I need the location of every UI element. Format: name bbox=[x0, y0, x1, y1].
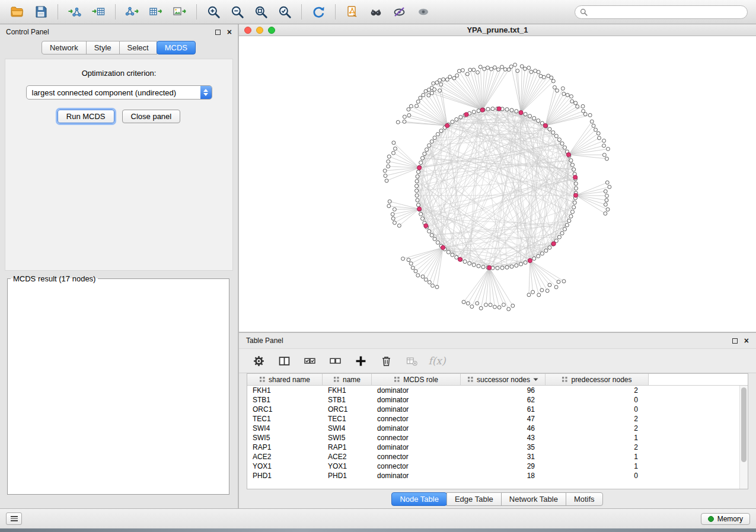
status-bar: Memory bbox=[0, 508, 756, 528]
export-network-button[interactable] bbox=[121, 2, 143, 21]
find-icon bbox=[369, 5, 383, 19]
table-row[interactable]: TEC1TEC1connector472 bbox=[247, 414, 739, 424]
toolbar-separator bbox=[335, 4, 336, 20]
tab-node-table[interactable]: Node Table bbox=[391, 492, 447, 506]
table-body: FKH1FKH1dominator962STB1STB1dominator620… bbox=[247, 386, 739, 489]
network-canvas[interactable] bbox=[239, 36, 756, 332]
table-row[interactable]: PHD1PHD1dominator180 bbox=[247, 471, 739, 480]
zoom-in-button[interactable] bbox=[202, 2, 225, 21]
table-row[interactable]: SWI5SWI5connector431 bbox=[247, 433, 739, 443]
zoom-fit-icon bbox=[254, 5, 268, 19]
clone-network-icon bbox=[345, 5, 359, 19]
add-column-button[interactable] bbox=[353, 353, 368, 368]
scrollbar-thumb[interactable] bbox=[741, 387, 747, 462]
table-row[interactable]: FKH1FKH1dominator962 bbox=[247, 386, 739, 395]
table-cell: TEC1 bbox=[323, 415, 372, 423]
delete-column-button[interactable] bbox=[378, 353, 394, 368]
control-panel: Control Panel × NetworkStyleSelectMCDS O… bbox=[0, 24, 239, 508]
table-cell: 18 bbox=[461, 472, 546, 480]
hide-graphics-icon bbox=[393, 5, 407, 19]
criterion-select[interactable]: largest connected component (undirected) bbox=[26, 85, 212, 100]
select-all-button[interactable] bbox=[302, 353, 317, 368]
float-panel-icon[interactable] bbox=[732, 338, 738, 344]
deselect-all-button[interactable] bbox=[327, 353, 343, 368]
close-panel-icon[interactable]: × bbox=[744, 338, 749, 344]
zoom-selected-icon bbox=[277, 5, 292, 19]
close-window-icon[interactable] bbox=[244, 27, 251, 34]
show-graphics-details-button[interactable] bbox=[412, 2, 435, 21]
table-row[interactable]: RAP1RAP1dominator352 bbox=[247, 443, 739, 452]
main-area: Control Panel × NetworkStyleSelectMCDS O… bbox=[0, 24, 756, 508]
tab-edge-table[interactable]: Edge Table bbox=[446, 492, 502, 506]
tab-style[interactable]: Style bbox=[86, 41, 120, 55]
column-namespace-icon bbox=[394, 376, 400, 383]
table-cell: 47 bbox=[461, 415, 546, 423]
table-row[interactable]: ACE2ACE2connector311 bbox=[247, 452, 739, 462]
import-network-button[interactable] bbox=[63, 2, 86, 21]
table-cell: dominator bbox=[372, 396, 461, 404]
table-cell: 2 bbox=[546, 415, 649, 423]
table-cell: connector bbox=[372, 434, 461, 442]
float-panel-icon[interactable] bbox=[215, 30, 221, 35]
export-image-button[interactable] bbox=[168, 2, 191, 21]
table-scrollbar[interactable] bbox=[739, 386, 748, 489]
hide-graphics-details-button[interactable] bbox=[388, 2, 411, 21]
mcds-pane: Optimization criterion: largest connecte… bbox=[5, 59, 233, 271]
table-cell: connector bbox=[372, 453, 461, 461]
table-cell: 1 bbox=[546, 453, 649, 461]
select-all-icon bbox=[304, 355, 315, 367]
tab-network-table[interactable]: Network Table bbox=[501, 492, 566, 506]
column-header-label: predecessor nodes bbox=[571, 376, 631, 384]
column-header-predecessor-nodes[interactable]: predecessor nodes bbox=[546, 374, 649, 385]
import-network-icon bbox=[68, 5, 82, 19]
column-header-successor-nodes[interactable]: successor nodes bbox=[461, 374, 546, 385]
table-cell: ACE2 bbox=[247, 453, 323, 461]
tab-motifs[interactable]: Motifs bbox=[566, 492, 603, 506]
zoom-fit-button[interactable] bbox=[250, 2, 272, 21]
table-cell: FKH1 bbox=[323, 386, 372, 395]
table-cell: 62 bbox=[461, 396, 546, 404]
find-button[interactable] bbox=[365, 2, 387, 21]
column-header-MCDS-role[interactable]: MCDS role bbox=[372, 374, 461, 385]
table-cell: SWI4 bbox=[247, 424, 323, 432]
clone-network-button[interactable] bbox=[341, 2, 363, 21]
zoom-selected-button[interactable] bbox=[273, 2, 296, 21]
table-row[interactable]: YOX1YOX1connector291 bbox=[247, 462, 739, 471]
table-row[interactable]: ORC1ORC1dominator610 bbox=[247, 405, 739, 414]
tab-network[interactable]: Network bbox=[42, 41, 87, 55]
save-session-button[interactable] bbox=[30, 2, 52, 21]
column-namespace-icon bbox=[259, 376, 266, 383]
close-panel-button[interactable]: Close panel bbox=[122, 110, 181, 123]
open-file-button[interactable] bbox=[6, 2, 28, 21]
show-columns-button[interactable] bbox=[276, 353, 292, 368]
column-header-label: name bbox=[343, 376, 361, 384]
column-header-name[interactable]: name bbox=[323, 374, 372, 385]
table-settings-button[interactable] bbox=[251, 353, 266, 368]
maximize-window-icon[interactable] bbox=[268, 27, 275, 34]
table-row[interactable]: SWI4SWI4dominator462 bbox=[247, 424, 739, 433]
table-cell: 0 bbox=[546, 472, 649, 480]
table-row[interactable]: STB1STB1dominator620 bbox=[247, 395, 739, 405]
import-table-button[interactable] bbox=[87, 2, 110, 21]
tab-mcds[interactable]: MCDS bbox=[157, 41, 196, 55]
minimize-window-icon[interactable] bbox=[256, 27, 263, 34]
table-cell: PHD1 bbox=[323, 472, 372, 480]
deselect-all-icon bbox=[330, 355, 341, 367]
close-panel-icon[interactable]: × bbox=[227, 29, 232, 35]
mcds-result-title: MCDS result (17 nodes) bbox=[11, 274, 98, 283]
table-cell: 2 bbox=[546, 424, 649, 432]
tab-select[interactable]: Select bbox=[119, 41, 157, 55]
run-mcds-button[interactable]: Run MCDS bbox=[58, 110, 114, 123]
memory-button[interactable]: Memory bbox=[701, 513, 750, 525]
network-graph bbox=[239, 36, 756, 332]
export-table-button[interactable] bbox=[145, 2, 167, 21]
apply-layout-button[interactable] bbox=[307, 2, 330, 21]
trash-icon bbox=[381, 355, 392, 367]
status-menu-button[interactable] bbox=[6, 512, 22, 525]
table-cell: 1 bbox=[546, 462, 649, 470]
table-cell: 2 bbox=[546, 386, 649, 395]
table-header: shared namenameMCDS rolesuccessor nodesp… bbox=[247, 374, 748, 386]
search-input[interactable] bbox=[591, 8, 742, 16]
column-header-shared-name[interactable]: shared name bbox=[247, 374, 323, 385]
zoom-out-button[interactable] bbox=[226, 2, 248, 21]
